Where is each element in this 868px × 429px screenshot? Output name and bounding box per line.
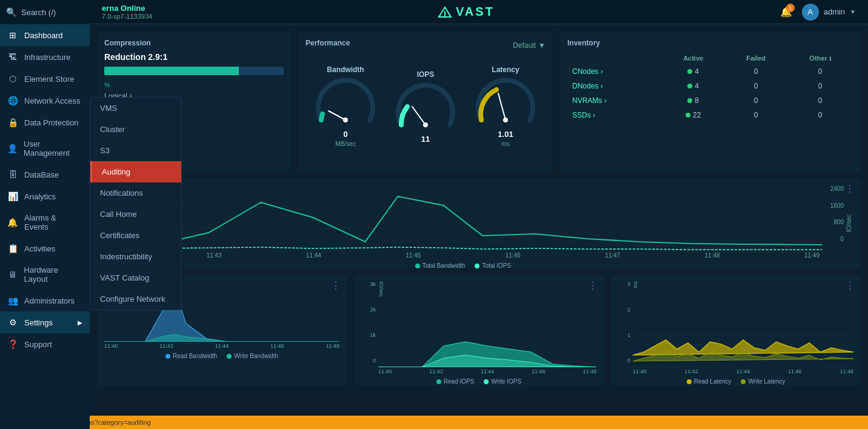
ssds-link[interactable]: SSDs ›: [567, 108, 661, 122]
username: admin: [824, 7, 845, 16]
bandwidth-y-axis: 2400 1600 800 0: [822, 184, 844, 262]
topbar-right: 🔔 1 A admin ▼: [780, 4, 856, 21]
submenu-item-certificates[interactable]: Certificates: [90, 225, 181, 246]
dnodes-active: 4: [661, 79, 725, 93]
submenu-item-configure-network[interactable]: Configure Network: [90, 288, 181, 310]
iops-gauge: IOPS 11: [395, 70, 456, 144]
iops-label: IOPS: [417, 70, 435, 79]
sidebar-item-settings[interactable]: ⚙ Settings ▶: [0, 311, 90, 333]
bandwidth-chart-inner: 11:42 11:43 11:44 11:45 11:46 11:47 11:4…: [104, 184, 822, 262]
submenu-item-vms[interactable]: VMS: [90, 98, 181, 119]
latency-bottom-chart-menu[interactable]: ⋮: [845, 280, 855, 291]
submenu-item-call-home[interactable]: Call Home: [90, 204, 181, 225]
sidebar-item-alarms-events[interactable]: 🔔 Alarms & Events: [0, 207, 90, 238]
read-iops-label: Read IOPS: [444, 378, 475, 385]
bandwidth-bottom-x-labels: 11:40 11:42 11:44 11:46 11:48: [104, 343, 339, 349]
read-bandwidth-legend: Read Bandwidth: [165, 353, 217, 359]
nvrams-failed: 0: [725, 93, 787, 108]
ms-label: ms: [633, 281, 639, 318]
analytics-icon: 📊: [7, 191, 18, 201]
topbar-left: erna Online 7.0-sp7-1133934: [102, 4, 152, 20]
sidebar-item-dashboard-label: Dashboard: [24, 31, 63, 40]
sidebar: 🔍 Search (/) ⊞ Dashboard 🏗 Infrastructur…: [0, 0, 90, 429]
submenu-item-cluster[interactable]: Cluster: [90, 119, 181, 140]
inventory-table: Active Failed Other ℹ CNodes › 4 0 0 DNo…: [567, 52, 853, 122]
y-label: 2k: [370, 307, 376, 313]
sidebar-header[interactable]: 🔍 Search (/): [0, 0, 90, 24]
sidebar-item-hardware-layout[interactable]: 🖥 Hardware Layout: [0, 259, 90, 290]
read-write-iops-card: ⋮ 3k 2k 1k 0 IO/sec: [354, 275, 604, 385]
y-label: 800: [833, 219, 844, 225]
cnodes-failed: 0: [725, 64, 787, 79]
sidebar-item-network-access[interactable]: 🌐 Network Access: [0, 90, 90, 111]
sidebar-item-data-protection[interactable]: 🔒 Data Protection: [0, 111, 90, 133]
cnodes-link[interactable]: CNodes ›: [567, 64, 661, 79]
ssds-failed: 0: [725, 108, 787, 122]
dnodes-link[interactable]: DNodes ›: [567, 79, 661, 93]
bandwidth-chart-legend: Total Bandwidth Total IOPS: [104, 262, 822, 269]
sidebar-item-infrastructure[interactable]: 🏗 Infrastructure: [0, 46, 90, 68]
table-row: CNodes › 4 0 0: [567, 64, 853, 79]
submenu-item-s3[interactable]: S3: [90, 140, 181, 161]
iops-chart-inner: 3k 2k 1k 0 IO/sec: [361, 281, 596, 374]
total-iops-dot: [475, 264, 479, 268]
y-label: 3k: [370, 281, 376, 287]
dnodes-failed: 0: [725, 79, 787, 93]
sidebar-item-settings-label: Settings: [24, 318, 53, 327]
bandwidth-chart-container: 11:42 11:43 11:44 11:45 11:46 11:47 11:4…: [104, 184, 853, 262]
bandwidth-value: 0: [343, 130, 347, 139]
write-bandwidth-dot: [227, 354, 232, 359]
user-menu[interactable]: A admin ▼: [802, 4, 856, 21]
submenu-item-notifications[interactable]: Notifications: [90, 182, 181, 204]
alarms-icon: 🔔: [7, 218, 18, 227]
y-label: 1600: [830, 202, 844, 209]
notification-bell[interactable]: 🔔 1: [780, 6, 792, 18]
sidebar-item-dashboard[interactable]: ⊞ Dashboard: [0, 24, 90, 46]
nvrams-link[interactable]: NVRAMs ›: [567, 93, 661, 108]
sidebar-item-analytics[interactable]: 📊 Analytics: [0, 185, 90, 207]
sidebar-item-database[interactable]: 🗄 DataBase: [0, 164, 90, 185]
sidebar-item-infrastructure-label: Infrastructure: [24, 53, 71, 62]
sidebar-item-element-store[interactable]: ⬡ Element Store: [0, 68, 90, 90]
x-label: 11:46: [270, 343, 284, 349]
latency-y-axis-label-row: ms: [633, 281, 853, 318]
cnodes-other: 0: [787, 64, 853, 79]
sidebar-item-analytics-label: Analytics: [24, 192, 56, 201]
write-iops-legend: Write IOPS: [484, 378, 521, 385]
bandwidth-chart-menu[interactable]: ⋮: [845, 183, 855, 195]
inventory-header-row: Active Failed Other ℹ: [567, 52, 853, 64]
sidebar-item-activities[interactable]: 📋 Activities: [0, 238, 90, 259]
support-icon: ❓: [7, 339, 18, 349]
y-label: 0: [627, 358, 630, 364]
sidebar-item-administrators[interactable]: 👥 Administrators: [0, 290, 90, 311]
iops-x-labels: 11:40 11:42 11:44 11:46 11:48: [378, 368, 596, 374]
sidebar-item-data-protection-label: Data Protection: [24, 118, 79, 127]
bandwidth-x-labels: 11:42 11:43 11:44 11:45 11:46 11:47 11:4…: [104, 252, 822, 259]
submenu-item-vast-catalog[interactable]: VAST Catalog: [90, 267, 181, 288]
iops-bottom-chart-menu[interactable]: ⋮: [588, 280, 598, 291]
svg-line-2: [329, 111, 346, 120]
submenu-item-indestructibility[interactable]: Indestructibility: [90, 246, 181, 267]
sidebar-item-network-access-label: Network Access: [24, 96, 80, 105]
vast-logo-icon: [438, 6, 452, 18]
nvrams-active: 8: [661, 93, 725, 108]
bandwidth-bottom-chart-menu[interactable]: ⋮: [331, 280, 341, 291]
sidebar-item-support[interactable]: ❓ Support: [0, 333, 90, 355]
performance-default-dropdown[interactable]: Default ▼: [513, 41, 546, 50]
user-management-icon: 👤: [7, 144, 18, 153]
write-iops-dot: [484, 379, 489, 384]
write-iops-label: Write IOPS: [491, 378, 521, 385]
sidebar-item-database-label: DataBase: [24, 170, 59, 179]
table-row: NVRAMs › 8 0 0: [567, 93, 853, 108]
read-latency-dot: [687, 379, 692, 384]
latency-chart-area: ms 11:40 11:42 1: [633, 281, 853, 374]
sidebar-item-hardware-layout-label: Hardware Layout: [24, 265, 82, 284]
total-bandwidth-dot: [415, 264, 420, 268]
sidebar-item-user-management[interactable]: 👤 User Management: [0, 133, 90, 164]
submenu-item-auditing[interactable]: Auditing: [90, 161, 181, 182]
x-label: 11:44: [215, 343, 229, 349]
vast-logo-text: VAST: [456, 5, 495, 19]
svg-point-5: [423, 122, 428, 127]
system-name: erna Online: [102, 4, 152, 13]
latency-label: Latency: [492, 65, 519, 74]
